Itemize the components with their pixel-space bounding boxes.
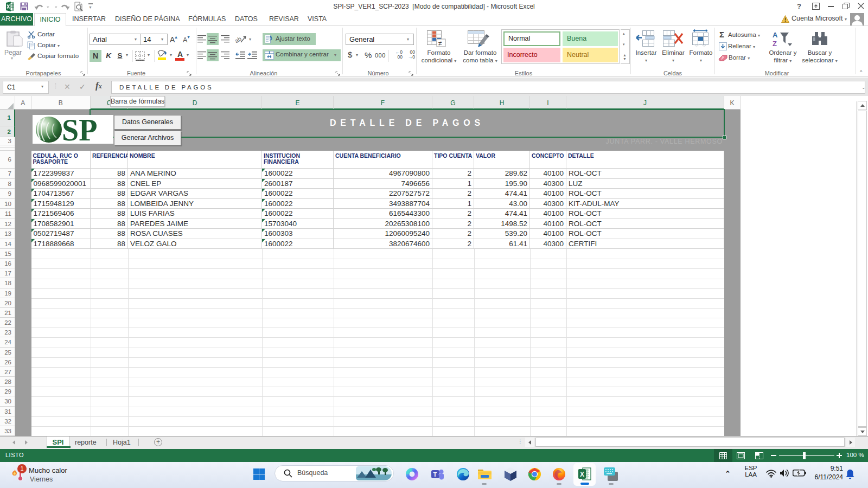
svg-text:ab: ab (235, 35, 242, 44)
svg-text:≠: ≠ (438, 40, 442, 47)
svg-text:A: A (773, 31, 778, 39)
svg-text:T: T (433, 471, 437, 478)
svg-text:SP: SP (62, 115, 97, 144)
svg-text:X: X (580, 471, 584, 478)
svg-text:Z: Z (773, 40, 777, 48)
